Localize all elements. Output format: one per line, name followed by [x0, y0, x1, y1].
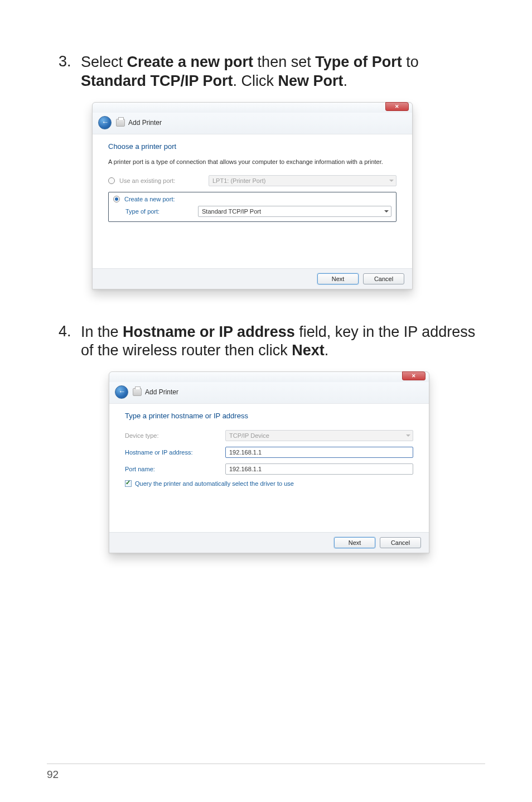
- chevron-down-icon: [389, 180, 394, 182]
- dialog-body: Choose a printer port A printer port is …: [93, 134, 412, 268]
- query-printer-checkbox[interactable]: [125, 480, 132, 487]
- back-button[interactable]: [98, 116, 112, 129]
- page-footer: 92: [47, 764, 485, 781]
- dialog-heading: Choose a printer port: [108, 142, 396, 151]
- step-text: In the Hostname or IP address field, key…: [81, 323, 487, 361]
- create-new-label: Create a new port:: [124, 196, 214, 202]
- chevron-down-icon: [406, 434, 410, 437]
- dialog-description: A printer port is a type of connection t…: [108, 158, 396, 165]
- dialog-topbar: ✕: [93, 103, 412, 113]
- query-printer-label: Query the printer and automatically sele…: [135, 480, 294, 487]
- dialog-topbar: ✕: [109, 372, 429, 382]
- hostname-label: Hostname or IP address:: [125, 449, 225, 456]
- printer-icon: [133, 388, 142, 396]
- use-existing-label: Use an existing port:: [119, 177, 209, 184]
- device-type-label: Device type:: [125, 432, 225, 439]
- step-number: 4.: [59, 323, 81, 361]
- create-new-port-group: Create a new port: Type of port: Standar…: [108, 192, 396, 222]
- page-number: 92: [47, 769, 485, 781]
- cancel-button[interactable]: Cancel: [380, 537, 421, 548]
- step-4: 4. In the Hostname or IP address field, …: [59, 323, 487, 361]
- next-button[interactable]: Next: [317, 273, 359, 284]
- dialog-body: Type a printer hostname or IP address De…: [109, 404, 429, 532]
- dialog-header: Add Printer: [109, 382, 429, 404]
- dialog-footer: Next Cancel: [93, 268, 412, 289]
- dialog-header: Add Printer: [93, 113, 412, 134]
- step-3: 3. Select Create a new port then set Typ…: [59, 53, 487, 91]
- chevron-down-icon: [384, 210, 389, 212]
- add-printer-dialog-2: ✕ Add Printer Type a printer hostname or…: [109, 371, 429, 553]
- device-type-select[interactable]: TCP/IP Device: [225, 430, 413, 441]
- dialog-title: Add Printer: [128, 119, 162, 127]
- step-text: Select Create a new port then set Type o…: [81, 53, 487, 91]
- step-number: 3.: [59, 53, 81, 91]
- dialog-heading: Type a printer hostname or IP address: [125, 412, 413, 420]
- type-of-port-label: Type of port:: [113, 208, 198, 215]
- close-icon[interactable]: ✕: [402, 371, 425, 380]
- port-name-input[interactable]: [225, 463, 413, 475]
- use-existing-radio[interactable]: [108, 177, 115, 184]
- printer-icon: [116, 119, 125, 127]
- close-icon[interactable]: ✕: [385, 102, 409, 111]
- port-name-label: Port name:: [125, 466, 225, 472]
- back-button[interactable]: [115, 385, 128, 399]
- existing-port-select[interactable]: LPT1: (Printer Port): [209, 175, 396, 186]
- next-button[interactable]: Next: [334, 537, 375, 548]
- add-printer-dialog-1: ✕ Add Printer Choose a printer port A pr…: [92, 102, 413, 289]
- create-new-radio[interactable]: [113, 196, 120, 202]
- use-existing-row: Use an existing port: LPT1: (Printer Por…: [108, 175, 396, 186]
- dialog-footer: Next Cancel: [109, 532, 429, 553]
- dialog-title: Add Printer: [145, 388, 178, 396]
- cancel-button[interactable]: Cancel: [363, 273, 404, 284]
- type-of-port-select[interactable]: Standard TCP/IP Port: [198, 206, 391, 217]
- hostname-input[interactable]: [225, 447, 413, 458]
